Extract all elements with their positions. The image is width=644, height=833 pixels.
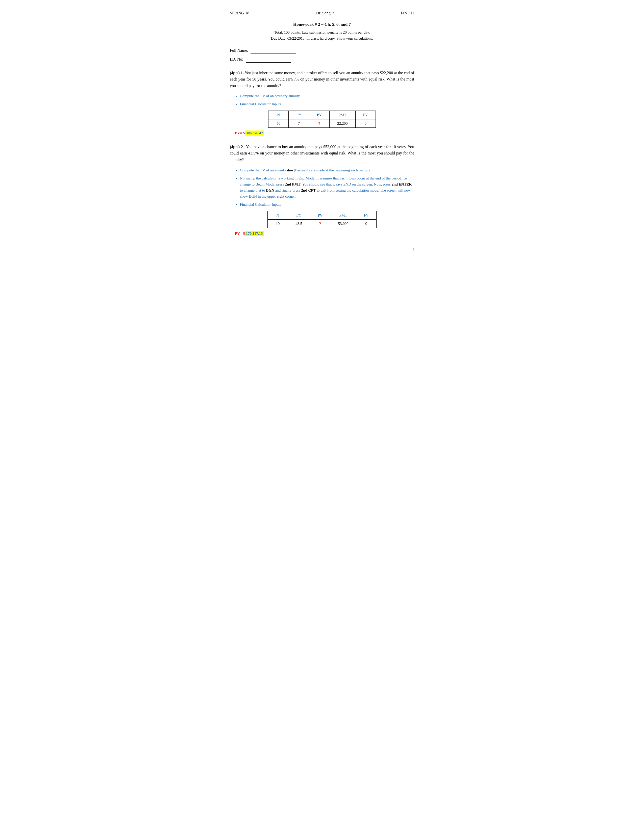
q2-table-data-row: 10 43.5 ? 53,000 0 — [268, 220, 377, 228]
q1-bullet-2-text: Financial Calculator Inputs — [240, 102, 281, 106]
q1-col-iy: I/Y — [289, 111, 309, 119]
q2-table-wrapper: N I/Y PV PMT FV 10 43.5 ? 53,000 0 — [230, 211, 414, 228]
header-left: SPRING 18 — [230, 10, 249, 16]
q2-bullet-2-bold4: 2nd CPT — [301, 188, 316, 192]
q2-result: PV= $170,117.15 — [235, 231, 414, 236]
q2-prefix: (4pts) 2 — [230, 145, 243, 149]
q1-col-pmt: PMT — [330, 111, 355, 119]
q1-pv-val: ? — [309, 119, 330, 128]
q1-result-label: PV= $ — [235, 131, 245, 135]
q1-result-value: 306,376.47 — [245, 130, 264, 135]
q2-iy-val: 43.5 — [288, 220, 310, 228]
q2-bullet-3-text: Financial Calculator Inputs — [240, 203, 281, 206]
q2-bullet-2-text4: and finally press — [274, 188, 301, 192]
q2-fv-val: 0 — [356, 220, 376, 228]
due-date-line: Due Date: 03/22/2018. In class, hard cop… — [230, 35, 414, 42]
question-1: (4pts) 1. You just inherited some money,… — [230, 70, 414, 89]
q2-bullet-1-bold: due — [287, 168, 293, 172]
q1-col-n: N — [269, 111, 289, 119]
q1-result: PV= $306,376.47 — [235, 130, 414, 136]
q1-fv-val: 0 — [355, 119, 375, 128]
q2-pv-val: ? — [310, 220, 330, 228]
q2-pmt-val: 53,000 — [330, 220, 356, 228]
q2-bullet-2: Normally, the calculator is working in E… — [240, 175, 414, 199]
q2-text: . You have a chance to buy an annuity th… — [230, 145, 414, 162]
q2-bullet-2-bold3: BGN — [266, 188, 274, 192]
q2-bullet-2-text3: to change that to — [240, 188, 266, 192]
q2-calc-table: N I/Y PV PMT FV 10 43.5 ? 53,000 0 — [267, 211, 377, 228]
q2-result-value: 170,117.15 — [245, 231, 264, 236]
id-field: I.D. No: — [230, 56, 414, 63]
q1-col-pv: PV — [309, 111, 330, 119]
full-name-underline — [251, 47, 296, 54]
q1-n-val: 50 — [269, 119, 289, 128]
q1-bullet-2: Financial Calculator Inputs — [240, 101, 414, 107]
q2-bullet-3: Financial Calculator Inputs — [240, 201, 414, 207]
q2-bullet-1-before: Compute the PV of an annuity — [240, 168, 287, 172]
q1-bullet-1-text: Compute the PV of an ordinary annuity. — [240, 94, 301, 98]
q1-calc-table: N I/Y PV PMT FV 50 7 ? 22,200 0 — [268, 111, 375, 128]
q1-pmt-val: 22,200 — [330, 119, 355, 128]
form-fields: Full Name: I.D. No: — [230, 47, 414, 63]
q1-bullets: Compute the PV of an ordinary annuity. F… — [240, 93, 414, 107]
q2-table-header-row: N I/Y PV PMT FV — [268, 211, 377, 220]
q1-table-header-row: N I/Y PV PMT FV — [269, 111, 375, 119]
page-header: SPRING 18 Dr. Songur FIN 311 — [230, 10, 414, 16]
q1-prefix: (4pts) 1. — [230, 71, 244, 75]
q2-col-pmt: PMT — [330, 211, 356, 220]
page-number: 1 — [230, 246, 414, 252]
q2-col-iy: I/Y — [288, 211, 310, 220]
q2-result-label: PV= $ — [235, 232, 245, 235]
q2-col-n: N — [268, 211, 288, 220]
q2-bullet-1-after: (Payments are made at the beginning each… — [293, 168, 370, 172]
q2-bullet-2-text2: . You should see that it says END on the… — [301, 182, 392, 186]
q2-col-fv: FV — [356, 211, 376, 220]
question-2: (4pts) 2 . You have a chance to buy an a… — [230, 144, 414, 163]
q2-n-val: 10 — [268, 220, 288, 228]
header-right: FIN 311 — [401, 10, 414, 16]
full-name-label: Full Name: — [230, 48, 248, 53]
q2-col-pv: PV — [310, 211, 330, 220]
q2-bullet-1: Compute the PV of an annuity due (Paymen… — [240, 167, 414, 173]
q1-table-wrapper: N I/Y PV PMT FV 50 7 ? 22,200 0 — [230, 111, 414, 128]
homework-title: Homework # 2 – Ch. 5, 6, and 7 — [230, 21, 414, 28]
q2-bullet-2-bold2: 2nd ENTER — [392, 182, 412, 186]
total-points-line: Total: 100 points. Late submission penal… — [230, 29, 414, 35]
page-num-value: 1 — [412, 247, 414, 251]
q2-bullets: Compute the PV of an annuity due (Paymen… — [240, 167, 414, 207]
header-center: Dr. Songur — [316, 10, 334, 16]
full-name-field: Full Name: — [230, 47, 414, 54]
q2-bullet-2-bold1: 2nd PMT — [285, 182, 300, 186]
title-section: Homework # 2 – Ch. 5, 6, and 7 Total: 10… — [230, 21, 414, 42]
id-underline — [246, 56, 291, 63]
id-label: I.D. No: — [230, 57, 243, 61]
q1-col-fv: FV — [355, 111, 375, 119]
q1-iy-val: 7 — [289, 119, 309, 128]
q1-text: You just inherited some money, and a bro… — [230, 71, 414, 88]
q1-table-data-row: 50 7 ? 22,200 0 — [269, 119, 375, 128]
q1-bullet-1: Compute the PV of an ordinary annuity. — [240, 93, 414, 99]
